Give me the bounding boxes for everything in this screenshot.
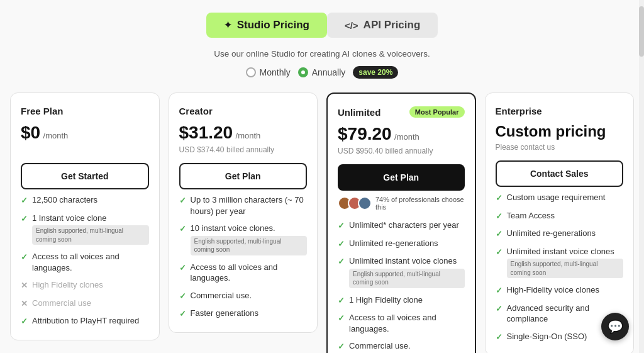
check-icon: ✓ (496, 303, 502, 315)
creator-plan-card: Creator $31.20 /month USD $374.40 billed… (169, 92, 318, 333)
list-item: ✓ Access to all voices and languages. (179, 262, 308, 284)
creator-plan-header: Creator (179, 106, 308, 116)
check-icon: ✓ (179, 308, 186, 320)
unlimited-cta-button[interactable]: Get Plan (338, 164, 465, 191)
list-item: ✓ 10 instant voice clones. English suppo… (179, 223, 308, 255)
list-item: ✓ Custom usage requirement (496, 192, 624, 204)
list-item: ✓ High-Fidelity voice clones (496, 284, 624, 296)
free-price-amount: $0 (21, 123, 40, 142)
api-pricing-tab[interactable]: </> API Pricing (327, 13, 438, 38)
creator-cta-button[interactable]: Get Plan (179, 163, 308, 189)
unlimited-annual-note: USD $950.40 billed annually (338, 147, 465, 155)
check-icon: ✓ (496, 228, 502, 240)
list-item: ✓ Commercial use. (179, 290, 308, 302)
pricing-tabs: ✦ Studio Pricing </> API Pricing (10, 13, 634, 38)
check-icon: ✓ (179, 291, 186, 302)
check-icon: ✓ (179, 195, 186, 206)
list-item: ✓ Faster generations (179, 308, 308, 320)
enterprise-plan-name: Enterprise (496, 106, 542, 116)
list-item: ✕ High Fidelity clones (21, 279, 149, 291)
chat-icon: 💬 (608, 319, 623, 334)
list-item: ✓ Unlimited instant voice clones English… (338, 255, 465, 288)
unlimited-features-list: ✓ Unlimited* characters per year ✓ Unlim… (338, 220, 465, 353)
list-item: ✓ Access to all voices and languages. (21, 251, 149, 273)
avatars (338, 196, 372, 210)
api-icon: </> (345, 20, 358, 31)
check-icon: ✓ (338, 256, 345, 267)
monthly-option[interactable]: Monthly (246, 67, 291, 77)
scrollbar-thumb[interactable] (639, 6, 644, 57)
check-icon: ✓ (179, 223, 186, 235)
check-icon: ✓ (338, 341, 345, 352)
scrollbar[interactable] (639, 0, 644, 353)
list-item: ✓ 12,500 characters (21, 194, 149, 206)
check-icon: ✓ (338, 220, 345, 232)
unlimited-price-period: /month (394, 132, 419, 142)
list-item: ✓ Unlimited re-generations (338, 238, 465, 250)
check-icon: ✓ (338, 238, 345, 250)
list-item: ✓ 1 Instant voice clone English supporte… (21, 213, 149, 245)
unlimited-price-amount: $79.20 (338, 124, 392, 143)
list-item: ✕ Commercial use (21, 298, 149, 310)
creator-price-amount: $31.20 (179, 123, 233, 142)
enterprise-price: Custom pricing (496, 123, 624, 140)
check-icon: ✓ (21, 316, 28, 327)
free-plan-price: $0 /month (21, 123, 149, 143)
monthly-label: Monthly (260, 67, 291, 77)
list-item: ✓ Attribution to PlayHT required (21, 315, 149, 327)
free-plan-name: Free Plan (21, 106, 64, 116)
check-icon: ✓ (21, 195, 28, 206)
social-proof-text: 74% of professionals choose this (375, 196, 465, 211)
social-proof: 74% of professionals choose this (338, 196, 465, 211)
unlimited-plan-card: Unlimited Most Popular $79.20 /month USD… (326, 92, 476, 353)
unlimited-plan-price: $79.20 /month (338, 124, 465, 144)
enterprise-price-sub: Please contact us (496, 143, 624, 152)
check-icon: ✓ (21, 213, 28, 225)
free-plan-card: Free Plan $0 /month Get Started ✓ 12,500… (10, 92, 160, 340)
check-icon: ✓ (496, 285, 502, 296)
chat-button[interactable]: 💬 (601, 313, 629, 340)
studio-pricing-tab[interactable]: ✦ Studio Pricing (206, 13, 327, 38)
annually-option[interactable]: Annually (298, 67, 346, 77)
list-item: ✓ Access to all voices and languages. (338, 312, 465, 334)
check-icon: ✓ (338, 295, 345, 306)
studio-tab-label: Studio Pricing (237, 19, 309, 31)
monthly-radio[interactable] (246, 67, 256, 77)
save-badge: save 20% (353, 66, 398, 79)
enterprise-plan-header: Enterprise (496, 106, 624, 116)
list-item: ✓ Up to 3 million characters (~ 70 hours… (179, 194, 308, 216)
free-annual-note (21, 145, 149, 154)
cross-icon: ✕ (21, 280, 28, 291)
check-icon: ✓ (496, 193, 502, 204)
check-icon: ✓ (338, 313, 345, 324)
unlimited-plan-header: Unlimited Most Popular (338, 106, 465, 118)
studio-icon: ✦ (224, 20, 232, 31)
free-features-list: ✓ 12,500 characters ✓ 1 Instant voice cl… (21, 194, 149, 327)
free-plan-header: Free Plan (21, 106, 149, 116)
billing-toggle: Monthly Annually save 20% (10, 66, 634, 79)
creator-price-period: /month (236, 131, 261, 140)
list-item: ✓ Commercial use. (338, 340, 465, 352)
check-icon: ✓ (496, 247, 502, 258)
creator-features-list: ✓ Up to 3 million characters (~ 70 hours… (179, 194, 308, 320)
free-price-period: /month (43, 131, 69, 140)
list-item: ✓ Unlimited instant voice clones English… (496, 246, 624, 279)
check-icon: ✓ (179, 262, 186, 274)
free-cta-button[interactable]: Get Started (21, 163, 149, 189)
check-icon: ✓ (496, 332, 502, 343)
check-icon: ✓ (21, 252, 28, 263)
creator-annual-note: USD $374.40 billed annually (179, 145, 308, 154)
creator-plan-name: Creator (179, 106, 213, 116)
plans-grid: Free Plan $0 /month Get Started ✓ 12,500… (10, 92, 634, 353)
enterprise-cta-button[interactable]: Contact Sales (496, 160, 624, 187)
list-item: ✓ 1 High Fidelity clone (338, 294, 465, 306)
annually-label: Annually (312, 67, 346, 77)
popular-badge: Most Popular (409, 106, 465, 118)
list-item: ✓ Team Access (496, 210, 624, 222)
list-item: ✓ Unlimited re-generations (496, 228, 624, 240)
annually-radio[interactable] (298, 67, 308, 77)
page-subtitle: Use our online Studio for creating AI cl… (10, 49, 634, 59)
avatar (358, 196, 372, 210)
unlimited-plan-name: Unlimited (338, 107, 380, 118)
cross-icon: ✕ (21, 298, 28, 310)
